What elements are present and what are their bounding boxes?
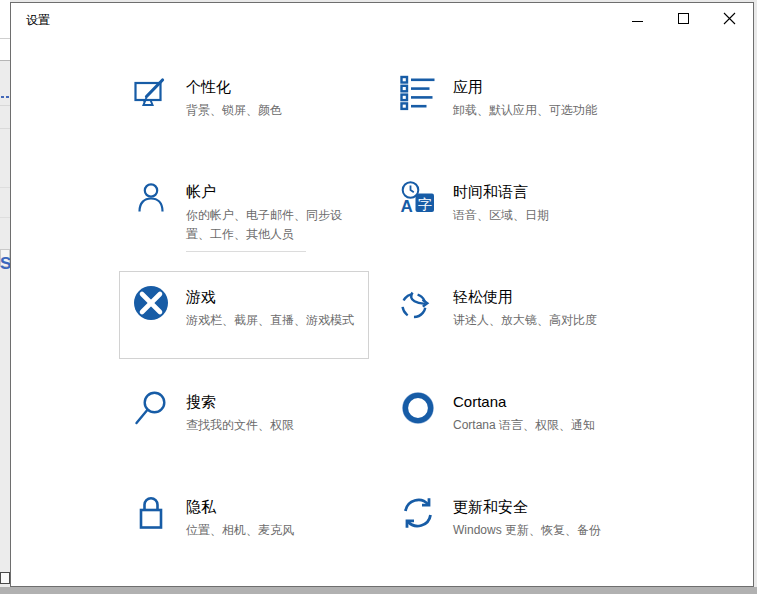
apps-list-icon bbox=[400, 75, 436, 111]
background-window-strip-top bbox=[0, 0, 10, 60]
personalization-monitor-brush-icon bbox=[133, 75, 169, 111]
close-button[interactable] bbox=[706, 3, 752, 34]
background-line bbox=[0, 217, 10, 218]
tile-title: 搜索 bbox=[186, 392, 294, 412]
tile-subtitle: 你的帐户、电子邮件、同步设置、工作、其他人员 bbox=[186, 206, 349, 244]
titlebar: 设置 bbox=[11, 3, 753, 34]
tile-title: Cortana bbox=[453, 392, 595, 412]
privacy-lock-icon bbox=[133, 495, 169, 531]
tile-subtitle: 游戏栏、截屏、直播、游戏模式 bbox=[186, 311, 354, 330]
tile-gaming[interactable]: 游戏 游戏栏、截屏、直播、游戏模式 bbox=[119, 271, 369, 359]
tile-subtitle: Windows 更新、恢复、备份 bbox=[453, 521, 601, 540]
tile-personalization[interactable]: 个性化 背景、锁屏、颜色 bbox=[119, 61, 369, 149]
background-partial-text: S bbox=[0, 253, 10, 275]
tile-subtitle: Cortana 语言、权限、通知 bbox=[453, 416, 595, 435]
background-artifact bbox=[6, 96, 9, 98]
update-security-refresh-icon bbox=[400, 495, 436, 531]
svg-text:A: A bbox=[401, 197, 413, 216]
maximize-button[interactable] bbox=[660, 3, 706, 34]
minimize-button[interactable] bbox=[614, 3, 660, 34]
maximize-icon bbox=[678, 13, 689, 24]
close-icon bbox=[723, 12, 736, 25]
tile-subtitle: 讲述人、放大镜、高对比度 bbox=[453, 311, 597, 330]
tile-apps[interactable]: 应用 卸载、默认应用、可选功能 bbox=[386, 61, 636, 149]
tile-title: 隐私 bbox=[186, 497, 294, 517]
gaming-xbox-icon bbox=[133, 285, 169, 321]
tile-subtitle: 语音、区域、日期 bbox=[453, 206, 549, 225]
tile-ease-of-access[interactable]: 轻松使用 讲述人、放大镜、高对比度 bbox=[386, 271, 636, 359]
tile-title: 应用 bbox=[453, 77, 597, 97]
tile-subtitle: 卸载、默认应用、可选功能 bbox=[453, 101, 597, 120]
tile-cortana[interactable]: Cortana Cortana 语言、权限、通知 bbox=[386, 376, 636, 464]
accounts-person-icon bbox=[133, 180, 169, 216]
svg-text:字: 字 bbox=[418, 196, 432, 212]
window-title: 设置 bbox=[26, 12, 50, 29]
tile-title: 轻松使用 bbox=[453, 287, 597, 307]
tile-title: 更新和安全 bbox=[453, 497, 601, 517]
tile-title: 时间和语言 bbox=[453, 182, 549, 202]
background-artifact bbox=[1, 96, 4, 98]
cortana-ring-icon bbox=[400, 390, 436, 426]
tile-update-security[interactable]: 更新和安全 Windows 更新、恢复、备份 bbox=[386, 481, 636, 569]
tile-subtitle: 查找我的文件、权限 bbox=[186, 416, 294, 435]
ease-of-access-icon bbox=[400, 285, 436, 321]
tile-privacy[interactable]: 隐私 位置、相机、麦克风 bbox=[119, 481, 369, 569]
tile-title: 游戏 bbox=[186, 287, 354, 307]
time-language-clock-icon: A 字 bbox=[400, 180, 436, 216]
tile-accounts[interactable]: 帐户 你的帐户、电子邮件、同步设置、工作、其他人员 bbox=[119, 166, 369, 254]
background-line bbox=[0, 38, 10, 39]
desktop-bottom-strip bbox=[0, 587, 757, 594]
tile-search[interactable]: 搜索 查找我的文件、权限 bbox=[119, 376, 369, 464]
desktop: S 设置 bbox=[0, 0, 757, 594]
background-line bbox=[0, 60, 10, 61]
tile-title: 个性化 bbox=[186, 77, 282, 97]
background-line bbox=[0, 128, 10, 129]
tile-time-language[interactable]: A 字 时间和语言 语音、区域、日期 bbox=[386, 166, 636, 254]
tile-title: 帐户 bbox=[186, 182, 349, 202]
settings-window: 设置 bbox=[10, 2, 754, 587]
window-controls bbox=[614, 3, 752, 34]
settings-category-grid: 个性化 背景、锁屏、颜色 bbox=[119, 61, 653, 586]
minimize-icon bbox=[632, 21, 643, 22]
background-artifact-box bbox=[0, 572, 10, 584]
background-line bbox=[0, 187, 10, 188]
background-line bbox=[0, 105, 10, 106]
background-window-strip bbox=[0, 0, 10, 587]
tile-subtitle: 位置、相机、麦克风 bbox=[186, 521, 294, 540]
tile-subtitle: 背景、锁屏、颜色 bbox=[186, 101, 282, 120]
search-magnifier-icon bbox=[133, 390, 169, 426]
